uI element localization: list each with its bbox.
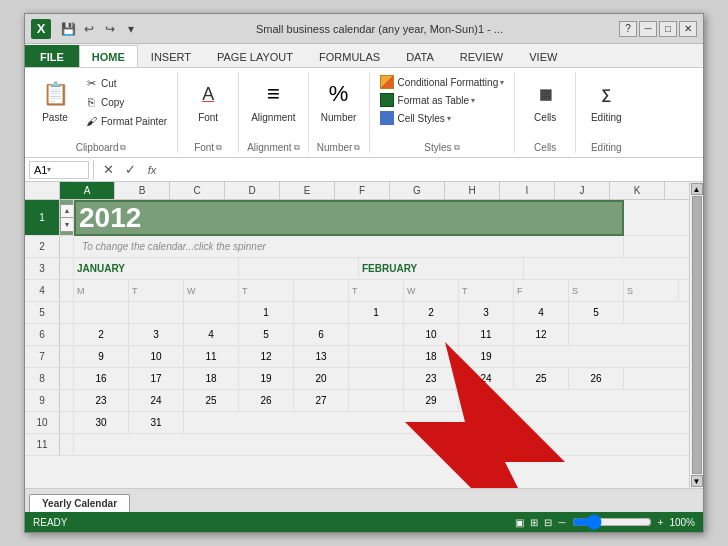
- cell-7-feb18[interactable]: 18: [404, 346, 459, 367]
- cell-jan-header[interactable]: JANUARY: [74, 258, 239, 279]
- zoom-slider[interactable]: [572, 514, 652, 530]
- zoom-plus-button[interactable]: +: [658, 517, 664, 528]
- cell-8-feb26[interactable]: 26: [569, 368, 624, 389]
- tab-file[interactable]: FILE: [25, 45, 79, 67]
- cell-8-f[interactable]: 20: [294, 368, 349, 389]
- close-button[interactable]: ✕: [679, 21, 697, 37]
- spinner-up-button[interactable]: ▲: [61, 205, 73, 219]
- minimize-button[interactable]: ─: [639, 21, 657, 37]
- cell-7-c[interactable]: 10: [129, 346, 184, 367]
- redo-button[interactable]: ↪: [101, 20, 119, 38]
- cell-6-c[interactable]: 3: [129, 324, 184, 345]
- cell-5-e[interactable]: 1: [239, 302, 294, 323]
- cell-5-b[interactable]: [74, 302, 129, 323]
- copy-button[interactable]: ⎘ Copy: [81, 93, 169, 111]
- cell-6-feb12[interactable]: 12: [514, 324, 569, 345]
- spinner-down-button[interactable]: ▼: [61, 218, 73, 231]
- insert-function-button[interactable]: fx: [142, 161, 162, 179]
- cell-8-feb24[interactable]: 24: [459, 368, 514, 389]
- col-header-g[interactable]: G: [390, 182, 445, 199]
- cell-6-b[interactable]: 2: [74, 324, 129, 345]
- col-header-j[interactable]: J: [555, 182, 610, 199]
- cell-reference-box[interactable]: A1 ▾: [29, 161, 89, 179]
- col-header-b[interactable]: B: [115, 182, 170, 199]
- cells-button[interactable]: ▦ Cells: [523, 74, 567, 125]
- col-header-k[interactable]: K: [610, 182, 665, 199]
- cell-5-feb2[interactable]: 2: [404, 302, 459, 323]
- number-expander[interactable]: ⧉: [354, 143, 360, 153]
- paste-button[interactable]: 📋 Paste: [33, 74, 77, 125]
- cell-7-d[interactable]: 11: [184, 346, 239, 367]
- col-header-d[interactable]: D: [225, 182, 280, 199]
- cell-6-f[interactable]: 6: [294, 324, 349, 345]
- cell-9-c[interactable]: 24: [129, 390, 184, 411]
- formula-input[interactable]: [166, 161, 699, 179]
- confirm-formula-button[interactable]: ✓: [120, 161, 140, 179]
- year-spinner[interactable]: ▲ ▼: [60, 204, 74, 232]
- cell-a1[interactable]: ▲ ▼: [60, 200, 74, 235]
- tab-data[interactable]: DATA: [393, 45, 447, 67]
- cell-6-e[interactable]: 5: [239, 324, 294, 345]
- cell-6-d[interactable]: 4: [184, 324, 239, 345]
- col-header-f[interactable]: F: [335, 182, 390, 199]
- cell-8-b[interactable]: 16: [74, 368, 129, 389]
- cell-7-e[interactable]: 12: [239, 346, 294, 367]
- cell-7-b[interactable]: 9: [74, 346, 129, 367]
- cell-ref-dropdown-arrow[interactable]: ▾: [47, 165, 51, 174]
- cell-b2[interactable]: To change the calendar...click the spinn…: [74, 236, 624, 257]
- qat-dropdown[interactable]: ▾: [122, 20, 140, 38]
- help-button[interactable]: ?: [619, 21, 637, 37]
- cell-9-f[interactable]: 27: [294, 390, 349, 411]
- cell-8-c[interactable]: 17: [129, 368, 184, 389]
- cell-5-d[interactable]: [184, 302, 239, 323]
- cell-5-feb1[interactable]: 1: [349, 302, 404, 323]
- scroll-thumb[interactable]: [692, 196, 702, 474]
- cell-a3[interactable]: [60, 258, 74, 279]
- cell-5-feb5[interactable]: 5: [569, 302, 624, 323]
- view-layout-icon[interactable]: ⊞: [530, 517, 538, 528]
- cancel-formula-button[interactable]: ✕: [98, 161, 118, 179]
- cell-8-d[interactable]: 18: [184, 368, 239, 389]
- cell-9-feb29[interactable]: 29: [404, 390, 459, 411]
- vertical-scrollbar[interactable]: ▲ ▼: [689, 182, 703, 488]
- cell-8-feb25[interactable]: 25: [514, 368, 569, 389]
- cell-5-c[interactable]: [129, 302, 184, 323]
- cut-button[interactable]: ✂ Cut: [81, 74, 169, 92]
- col-header-c[interactable]: C: [170, 182, 225, 199]
- format-as-table-button[interactable]: Format as Table ▾: [378, 92, 507, 108]
- editing-button[interactable]: ∑ Editing: [584, 74, 628, 125]
- cell-8-feb23[interactable]: 23: [404, 368, 459, 389]
- cell-styles-button[interactable]: Cell Styles ▾: [378, 110, 507, 126]
- cell-9-d[interactable]: 25: [184, 390, 239, 411]
- maximize-button[interactable]: □: [659, 21, 677, 37]
- clipboard-expander[interactable]: ⧉: [120, 143, 126, 153]
- view-normal-icon[interactable]: ▣: [515, 517, 524, 528]
- conditional-formatting-button[interactable]: Conditional Formatting ▾: [378, 74, 507, 90]
- cell-6-feb10[interactable]: 10: [404, 324, 459, 345]
- cell-5-feb4[interactable]: 4: [514, 302, 569, 323]
- cell-6-feb11[interactable]: 11: [459, 324, 514, 345]
- col-header-a[interactable]: A: [60, 182, 115, 199]
- cell-10-c[interactable]: 31: [129, 412, 184, 433]
- cell-b1[interactable]: 2012: [74, 200, 624, 236]
- styles-expander[interactable]: ⧉: [454, 143, 460, 153]
- scroll-down-button[interactable]: ▼: [691, 475, 703, 487]
- col-header-e[interactable]: E: [280, 182, 335, 199]
- undo-button[interactable]: ↩: [80, 20, 98, 38]
- col-header-h[interactable]: H: [445, 182, 500, 199]
- cell-8-e[interactable]: 19: [239, 368, 294, 389]
- tab-insert[interactable]: INSERT: [138, 45, 204, 67]
- tab-formulas[interactable]: FORMULAS: [306, 45, 393, 67]
- font-expander[interactable]: ⧉: [216, 143, 222, 153]
- font-button[interactable]: A Font: [186, 74, 230, 125]
- col-header-i[interactable]: I: [500, 182, 555, 199]
- cell-7-f[interactable]: 13: [294, 346, 349, 367]
- sheet-tab-yearly-calendar[interactable]: Yearly Calendar: [29, 494, 130, 512]
- cell-9-b[interactable]: 23: [74, 390, 129, 411]
- cell-feb-header[interactable]: FEBRUARY: [359, 258, 524, 279]
- tab-home[interactable]: HOME: [79, 45, 138, 67]
- view-page-break-icon[interactable]: ⊟: [544, 517, 552, 528]
- tab-review[interactable]: REVIEW: [447, 45, 516, 67]
- tab-page-layout[interactable]: PAGE LAYOUT: [204, 45, 306, 67]
- tab-view[interactable]: VIEW: [516, 45, 570, 67]
